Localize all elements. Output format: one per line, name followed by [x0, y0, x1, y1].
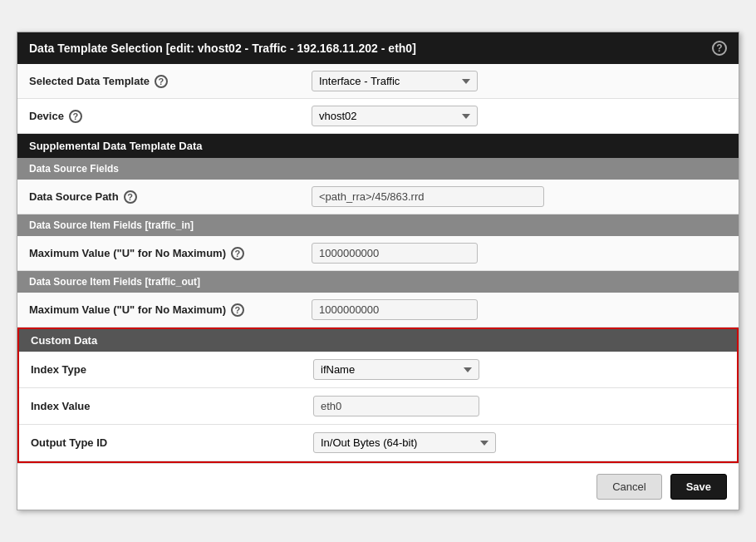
index-type-value: ifName ifIndex ifDescr: [313, 359, 725, 380]
traffic-out-max-row: Maximum Value ("U" for No Maximum) ?: [17, 293, 739, 328]
panel-title: Data Template Selection [edit: vhost02 -…: [29, 42, 416, 55]
selected-data-template-help-icon[interactable]: ?: [155, 75, 168, 88]
output-type-id-select[interactable]: In/Out Bytes (64-bit) In/Out Bytes (32-b…: [313, 432, 496, 453]
data-source-fields-header: Data Source Fields: [17, 158, 739, 180]
selected-data-template-label: Selected Data Template ?: [29, 75, 312, 88]
output-type-id-value: In/Out Bytes (64-bit) In/Out Bytes (32-b…: [313, 432, 725, 453]
traffic-in-max-value: [312, 243, 727, 264]
traffic-out-max-value: [312, 299, 727, 320]
output-type-id-label: Output Type ID: [31, 436, 313, 449]
data-source-path-label: Data Source Path ?: [29, 190, 312, 204]
device-label: Device ?: [29, 110, 312, 123]
selected-data-template-value: Interface - Traffic: [312, 71, 727, 91]
device-value: vhost02: [312, 106, 727, 126]
data-source-path-value: [312, 186, 727, 207]
data-source-path-input[interactable]: [312, 186, 544, 207]
selected-data-template-select[interactable]: Interface - Traffic: [312, 71, 478, 91]
panel-header: Data Template Selection [edit: vhost02 -…: [17, 32, 739, 64]
custom-data-header: Custom Data: [19, 329, 737, 352]
index-type-label: Index Type: [31, 363, 313, 376]
index-value-input[interactable]: [313, 396, 479, 416]
traffic-out-header: Data Source Item Fields [traffic_out]: [17, 271, 739, 293]
footer: Cancel Save: [17, 463, 739, 510]
traffic-out-max-input[interactable]: [312, 299, 478, 320]
data-source-path-row: Data Source Path ?: [17, 180, 739, 214]
traffic-out-max-label: Maximum Value ("U" for No Maximum) ?: [29, 303, 312, 317]
index-value-row: Index Value: [19, 388, 737, 425]
traffic-in-header: Data Source Item Fields [traffic_in]: [17, 214, 739, 236]
device-select[interactable]: vhost02: [312, 106, 478, 126]
device-help-icon[interactable]: ?: [69, 110, 82, 123]
traffic-in-max-help-icon[interactable]: ?: [231, 247, 244, 260]
cancel-button[interactable]: Cancel: [596, 474, 661, 500]
main-panel: Data Template Selection [edit: vhost02 -…: [17, 32, 739, 510]
panel-help-icon[interactable]: ?: [712, 41, 727, 56]
data-source-path-help-icon[interactable]: ?: [124, 190, 137, 204]
traffic-out-max-help-icon[interactable]: ?: [231, 303, 244, 317]
device-row: Device ? vhost02: [17, 99, 739, 134]
output-type-id-row: Output Type ID In/Out Bytes (64-bit) In/…: [19, 425, 737, 461]
index-type-row: Index Type ifName ifIndex ifDescr: [19, 352, 737, 388]
save-button[interactable]: Save: [670, 474, 727, 500]
index-value-field: [313, 396, 725, 416]
selected-data-template-row: Selected Data Template ? Interface - Tra…: [17, 64, 739, 99]
traffic-in-max-label: Maximum Value ("U" for No Maximum) ?: [29, 247, 312, 260]
index-value-label: Index Value: [31, 400, 313, 412]
traffic-in-max-row: Maximum Value ("U" for No Maximum) ?: [17, 236, 739, 271]
custom-data-section: Custom Data Index Type ifName ifIndex if…: [17, 328, 739, 463]
traffic-in-max-input[interactable]: [312, 243, 478, 264]
index-type-select[interactable]: ifName ifIndex ifDescr: [313, 359, 479, 380]
supplemental-header: Supplemental Data Template Data: [17, 134, 739, 158]
